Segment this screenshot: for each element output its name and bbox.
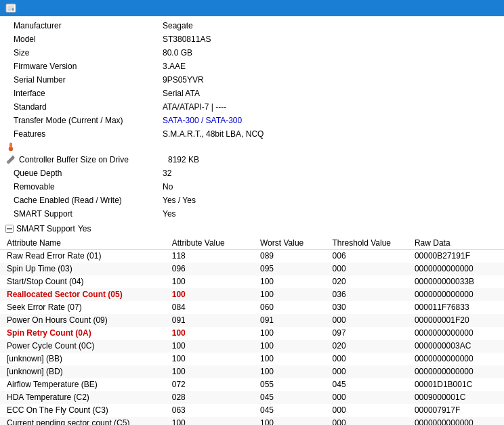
attr-value-cell: 028 xyxy=(165,391,253,404)
attr-threshold-cell: 020 xyxy=(326,340,408,353)
attr-name-cell: [unknown] (BB) xyxy=(0,353,165,365)
table-row: Spin Up Time (03) 096 095 000 0000000000… xyxy=(0,263,504,275)
attr-worst-cell: 095 xyxy=(253,263,326,275)
attr-worst-cell: 045 xyxy=(253,391,326,404)
attr-threshold-cell: 000 xyxy=(326,365,408,378)
svg-point-2 xyxy=(12,8,14,11)
attr-value-cell: 100 xyxy=(165,327,253,340)
attr-worst-cell: 060 xyxy=(253,301,326,314)
info-row: Firmware Version3.AAE xyxy=(0,60,504,73)
info-label: Interface xyxy=(14,87,163,99)
controller-buffer-value: 8192 KB xyxy=(168,154,199,166)
attr-table-body: Raw Read Error Rate (01) 118 089 006 000… xyxy=(0,250,504,426)
info-row: StandardATA/ATAPI-7 | ---- xyxy=(0,100,504,114)
attr-name-cell: Spin Retry Count (0A) xyxy=(0,327,165,340)
info-row: ModelST380811AS xyxy=(0,32,504,46)
attr-raw-cell: 000000000033B xyxy=(408,275,504,288)
expand-icon[interactable] xyxy=(5,225,14,233)
info-label: Manufacturer xyxy=(14,20,163,32)
attr-name-cell: Power Cycle Count (0C) xyxy=(0,340,165,353)
attr-threshold-cell: 000 xyxy=(326,263,408,275)
wrench-icon xyxy=(5,154,16,165)
table-row: Start/Stop Count (04) 100 100 020 000000… xyxy=(0,275,504,288)
smart-header: SMART Support Yes xyxy=(0,222,504,236)
smart-attr-table: Attribute Name Attribute Value Worst Val… xyxy=(0,237,504,425)
attr-worst-cell: 100 xyxy=(253,365,326,378)
info-row: Serial Number9PS05YVR xyxy=(0,73,504,87)
attr-worst-cell: 100 xyxy=(253,353,326,365)
table-row: Power On Hours Count (09) 091 091 000 00… xyxy=(0,314,504,327)
info-value: S.M.A.R.T., 48bit LBA, NCQ xyxy=(163,128,264,140)
table-row: ECC On The Fly Count (C3) 063 045 000 00… xyxy=(0,404,504,417)
table-row: HDA Temperature (C2) 028 045 000 0009000… xyxy=(0,391,504,404)
attr-value-cell: 118 xyxy=(165,250,253,263)
main-window: ManufacturerSeagateModelST380811ASSize80… xyxy=(0,0,504,425)
smart-value: Yes xyxy=(78,223,91,235)
attr-name-cell: Current pending sector count (C5) xyxy=(0,417,165,425)
attr-name-cell: [unknown] (BD) xyxy=(0,365,165,378)
attr-raw-cell: 0000000000000 xyxy=(408,263,504,275)
attr-raw-cell: 00001D1B001C xyxy=(408,378,504,391)
attr-threshold-cell: 006 xyxy=(326,250,408,263)
attr-value-cell: 100 xyxy=(165,275,253,288)
attr-raw-cell: 0000000000000 xyxy=(408,353,504,365)
info-label: Removable xyxy=(14,181,163,193)
table-row: Power Cycle Count (0C) 100 100 020 00000… xyxy=(0,340,504,353)
info-label: Cache Enabled (Read / Write) xyxy=(14,194,163,206)
table-row: Raw Read Error Rate (01) 118 089 006 000… xyxy=(0,250,504,263)
attr-name-cell: HDA Temperature (C2) xyxy=(0,391,165,404)
attr-name-cell: Power On Hours Count (09) xyxy=(0,314,165,327)
attr-value-cell: 084 xyxy=(165,301,253,314)
attr-worst-cell: 045 xyxy=(253,404,326,417)
attr-value-cell: 096 xyxy=(165,263,253,275)
attr-threshold-cell: 000 xyxy=(326,417,408,425)
attr-worst-cell: 100 xyxy=(253,417,326,425)
attr-raw-cell: 000011F76833 xyxy=(408,301,504,314)
attr-threshold-cell: 000 xyxy=(326,391,408,404)
info-value: 80.0 GB xyxy=(163,47,192,59)
attr-raw-cell: 0000000003AC xyxy=(408,340,504,353)
attr-value-cell: 100 xyxy=(165,365,253,378)
attr-raw-cell: 0009000001C xyxy=(408,391,504,404)
attr-threshold-cell: 000 xyxy=(326,353,408,365)
info-row: InterfaceSerial ATA xyxy=(0,87,504,100)
table-row: [unknown] (BD) 100 100 000 0000000000000 xyxy=(0,365,504,378)
attr-value-cell: 100 xyxy=(165,417,253,425)
info-row: FeaturesS.M.A.R.T., 48bit LBA, NCQ xyxy=(0,127,504,141)
attr-threshold-cell: 020 xyxy=(326,275,408,288)
info-value: ATA/ATAPI-7 | ---- xyxy=(163,101,226,113)
attr-value-cell: 063 xyxy=(165,404,253,417)
svg-rect-3 xyxy=(7,9,11,11)
attr-value-cell: 100 xyxy=(165,353,253,365)
attr-worst-cell: 100 xyxy=(253,288,326,301)
attr-value-cell: 100 xyxy=(165,340,253,353)
info-label: Features xyxy=(14,128,163,140)
info-row: Queue Depth32 xyxy=(0,166,504,180)
attr-worst-cell: 100 xyxy=(253,340,326,353)
info-value: Serial ATA xyxy=(163,87,200,99)
attr-raw-cell: 0000000000000 xyxy=(408,327,504,340)
info-label: Queue Depth xyxy=(14,167,163,179)
col-raw-data: Raw Data xyxy=(408,237,504,250)
info-row: Cache Enabled (Read / Write)Yes / Yes xyxy=(0,194,504,207)
col-attr-name: Attribute Name xyxy=(0,237,165,250)
info-label: Firmware Version xyxy=(14,60,163,72)
attr-threshold-cell: 030 xyxy=(326,301,408,314)
attr-raw-cell: 0000000000000 xyxy=(408,288,504,301)
info-label: Serial Number xyxy=(14,74,163,86)
table-row: Reallocated Sector Count (05) 100 100 03… xyxy=(0,288,504,301)
table-row: Spin Retry Count (0A) 100 100 097 000000… xyxy=(0,327,504,340)
col-worst-value: Worst Value xyxy=(253,237,326,250)
info-label: Standard xyxy=(14,101,163,113)
controller-buffer-row: Controller Buffer Size on Drive 8192 KB xyxy=(0,153,504,166)
attr-threshold-cell: 000 xyxy=(326,314,408,327)
table-row: Airflow Temperature (BE) 072 055 045 000… xyxy=(0,378,504,391)
info-value: Yes / Yes xyxy=(163,194,196,206)
attr-raw-cell: 0000000000000 xyxy=(408,365,504,378)
col-threshold: Threshold Value xyxy=(326,237,408,250)
info-label: Transfer Mode (Current / Max) xyxy=(14,114,163,127)
table-row: Current pending sector count (C5) 100 10… xyxy=(0,417,504,425)
attr-worst-cell: 100 xyxy=(253,327,326,340)
info-row: RemovableNo xyxy=(0,180,504,194)
disk-icon xyxy=(5,3,16,14)
